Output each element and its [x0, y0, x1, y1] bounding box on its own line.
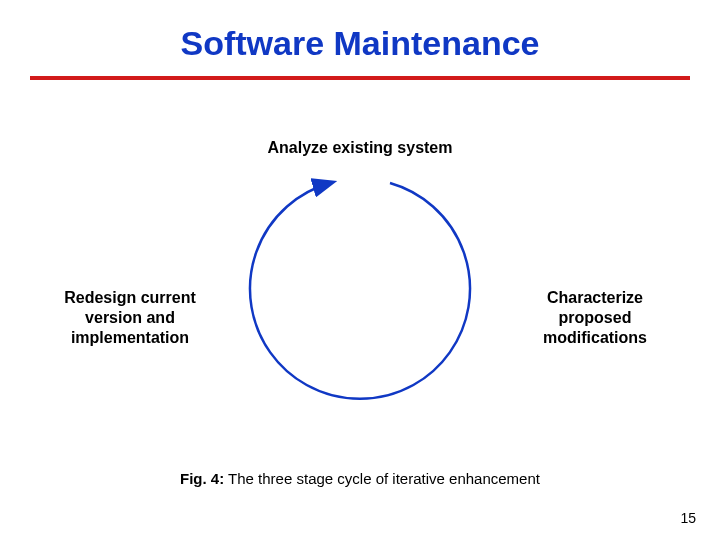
stage-label-redesign: Redesign current version and implementat…	[50, 288, 210, 348]
slide-title: Software Maintenance	[0, 24, 720, 63]
figure-caption-label: Fig. 4:	[180, 470, 224, 487]
title-underline	[30, 76, 690, 80]
stage-label-characterize: Characterize proposed modifications	[520, 288, 670, 348]
cycle-arrow-icon	[240, 170, 480, 410]
page-number: 15	[680, 510, 696, 526]
figure-caption: Fig. 4: The three stage cycle of iterati…	[0, 470, 720, 487]
figure-caption-text: The three stage cycle of iterative enhan…	[224, 470, 540, 487]
stage-label-analyze: Analyze existing system	[0, 138, 720, 158]
